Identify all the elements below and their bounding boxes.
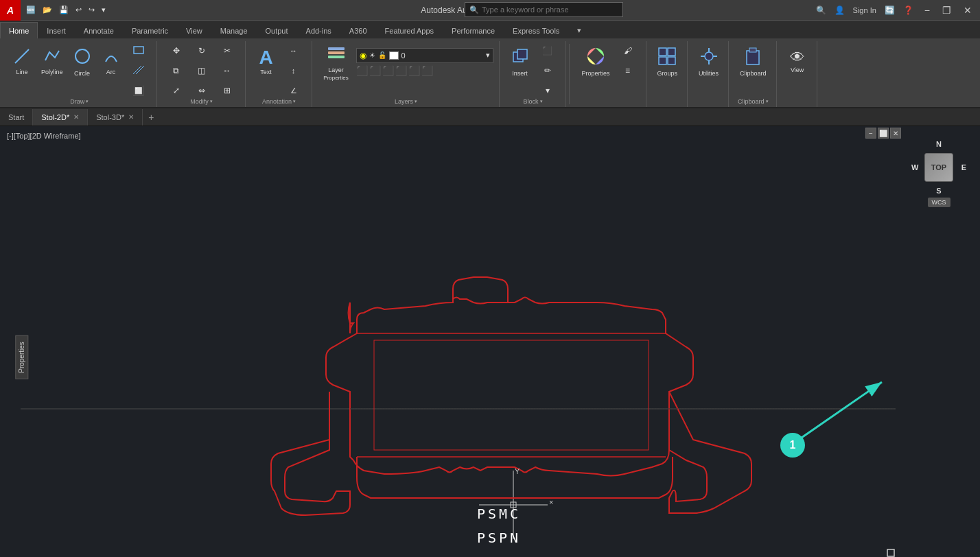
dim3-icon: ∠ bbox=[290, 86, 297, 95]
search-input[interactable] bbox=[482, 5, 618, 14]
block-editor-icon: ✏ bbox=[544, 66, 551, 75]
tab-featured[interactable]: Featured Apps bbox=[376, 22, 443, 38]
tab-annotate[interactable]: Annotate bbox=[75, 22, 123, 38]
hatch-button[interactable] bbox=[126, 61, 151, 80]
rotate-button[interactable]: ↻ bbox=[189, 41, 214, 60]
new-tab-button[interactable]: + bbox=[143, 112, 159, 123]
line-button[interactable]: Line bbox=[8, 41, 36, 82]
gradient-button[interactable]: 🔲 bbox=[126, 81, 151, 100]
modify-group-label[interactable]: Modify ▾ bbox=[190, 98, 213, 105]
mirror-button[interactable]: ◫ bbox=[189, 61, 214, 80]
stretch-button[interactable]: ⇔ bbox=[189, 81, 214, 100]
save-button[interactable]: 💾 bbox=[56, 4, 71, 16]
search-icon2[interactable]: 🔍 bbox=[813, 4, 829, 16]
block-editor-button[interactable]: ✏ bbox=[535, 61, 560, 80]
svg-rect-13 bbox=[659, 57, 666, 64]
sign-in-label[interactable]: Sign In bbox=[850, 5, 879, 16]
polyline-button[interactable]: Polyline bbox=[37, 41, 67, 82]
layer-tool3-icon[interactable]: ⬛ bbox=[382, 65, 394, 76]
copy-button[interactable]: ⧉ bbox=[164, 61, 189, 80]
create-block-button[interactable]: ⬛ bbox=[535, 41, 560, 60]
annotation-circle-1: 1 bbox=[780, 433, 805, 458]
groups-button[interactable]: Groups bbox=[653, 41, 682, 82]
exchange-icon[interactable]: 🔄 bbox=[882, 4, 898, 16]
tab-manage[interactable]: Manage bbox=[211, 22, 257, 38]
scale-button[interactable]: ⤢ bbox=[164, 81, 189, 100]
properties-button[interactable]: Properties bbox=[578, 41, 614, 82]
tab-stol3d[interactable]: Stol-3D* ✕ bbox=[88, 109, 143, 126]
layer-tool5-icon[interactable]: ⬛ bbox=[408, 65, 420, 76]
close-button[interactable]: ✕ bbox=[958, 3, 977, 17]
modify-chevron-icon: ▾ bbox=[210, 99, 213, 104]
canvas-minimize-button[interactable]: − bbox=[865, 128, 876, 139]
layer-tool1-icon[interactable]: ⬛ bbox=[356, 65, 368, 76]
tab-stol3d-close-button[interactable]: ✕ bbox=[128, 113, 134, 121]
dim-button[interactable]: ↔ bbox=[281, 41, 306, 60]
tab-start[interactable]: Start bbox=[0, 109, 33, 126]
arc-button[interactable]: Arc bbox=[97, 41, 125, 82]
canvas-restore-button[interactable]: ⬜ bbox=[878, 128, 889, 139]
insert-button[interactable]: Insert bbox=[506, 41, 534, 82]
tab-stol2d-close-button[interactable]: ✕ bbox=[73, 113, 79, 121]
layer-dropdown[interactable]: ◉ ☀ 🔓 0 ▾ bbox=[356, 48, 493, 63]
annotation-group-label[interactable]: Annotation ▾ bbox=[262, 98, 296, 105]
dim2-button[interactable]: ↕ bbox=[281, 61, 306, 80]
minimize-button[interactable]: − bbox=[919, 3, 935, 17]
text-button[interactable]: A Text bbox=[253, 41, 280, 82]
hatch-icon bbox=[133, 65, 144, 76]
tab-view[interactable]: View bbox=[177, 22, 211, 38]
canvas-area[interactable]: [-][Top][2D Wireframe] Properties bbox=[0, 126, 980, 557]
draw-group-label[interactable]: Draw ▾ bbox=[70, 98, 89, 105]
circle-button[interactable]: Circle bbox=[69, 41, 96, 82]
clipboard-group-label[interactable]: Clipboard ▾ bbox=[738, 98, 769, 105]
layer-properties-button[interactable]: Layer Properties bbox=[319, 41, 353, 82]
sign-in-icon[interactable]: 👤 bbox=[832, 4, 848, 16]
block-group-label[interactable]: Block ▾ bbox=[524, 98, 543, 105]
properties-sidebar-label: Properties bbox=[18, 342, 25, 373]
array-button[interactable]: ⊞ bbox=[215, 81, 240, 100]
insert-icon bbox=[511, 47, 530, 69]
quick-access-dropdown[interactable]: ▾ bbox=[99, 4, 108, 16]
viewcube-top-button[interactable]: TOP bbox=[924, 153, 953, 182]
tab-insert[interactable]: Insert bbox=[38, 22, 75, 38]
help-icon[interactable]: ❓ bbox=[900, 4, 916, 16]
tab-performance[interactable]: Performance bbox=[443, 22, 504, 38]
restore-button[interactable]: ❐ bbox=[937, 3, 957, 17]
layers-group-label[interactable]: Layers ▾ bbox=[395, 98, 417, 105]
utilities-button[interactable]: Utilities bbox=[695, 41, 723, 82]
tab-home[interactable]: Home bbox=[0, 22, 38, 38]
dim3-button[interactable]: ∠ bbox=[281, 81, 306, 100]
block-more-button[interactable]: ▾ bbox=[535, 81, 560, 100]
tab-express[interactable]: Express Tools bbox=[504, 22, 568, 38]
view-button[interactable]: 👁 View bbox=[784, 41, 811, 82]
tab-stol2d[interactable]: Stol-2D* ✕ bbox=[33, 109, 88, 126]
layer-dropdown-arrow-icon: ▾ bbox=[486, 51, 490, 60]
redo-button[interactable]: ↪ bbox=[86, 4, 97, 16]
tab-addins[interactable]: Add-ins bbox=[297, 22, 340, 38]
move-button[interactable]: ✥ bbox=[164, 41, 189, 60]
layer-tool4-icon[interactable]: ⬛ bbox=[395, 65, 407, 76]
new-button[interactable]: 🆕 bbox=[23, 4, 38, 16]
tab-output[interactable]: Output bbox=[257, 22, 297, 38]
view-label: View bbox=[791, 67, 804, 73]
wcs-button[interactable]: WCS bbox=[928, 198, 950, 207]
layer-tool6-icon[interactable]: ⬛ bbox=[421, 65, 433, 76]
rectangle-button[interactable] bbox=[126, 41, 151, 60]
undo-button[interactable]: ↩ bbox=[73, 4, 84, 16]
layer-tool2-icon[interactable]: ⬛ bbox=[369, 65, 381, 76]
tab-more[interactable]: ▾ bbox=[568, 22, 590, 38]
open-button[interactable]: 📂 bbox=[40, 4, 55, 16]
modify-col1: ✥ ↻ ✂ ⧉ ◫ bbox=[164, 41, 240, 100]
properties-sidebar-tab[interactable]: Properties bbox=[15, 335, 28, 379]
trim-button[interactable]: ✂ bbox=[215, 41, 240, 60]
list-properties-button[interactable]: ≡ bbox=[616, 61, 640, 80]
canvas-close-button[interactable]: ✕ bbox=[890, 128, 901, 139]
clipboard-button[interactable]: Clipboard bbox=[736, 41, 771, 82]
match-properties-button[interactable]: 🖌 bbox=[616, 41, 640, 60]
extend-button[interactable]: ↔ bbox=[215, 61, 240, 80]
layer-color-icon: ◉ bbox=[360, 51, 366, 60]
svg-text:×: × bbox=[549, 498, 553, 506]
tab-a360[interactable]: A360 bbox=[340, 22, 376, 38]
tab-parametric[interactable]: Parametric bbox=[123, 22, 177, 38]
search-box[interactable]: 🔍 bbox=[465, 2, 623, 17]
